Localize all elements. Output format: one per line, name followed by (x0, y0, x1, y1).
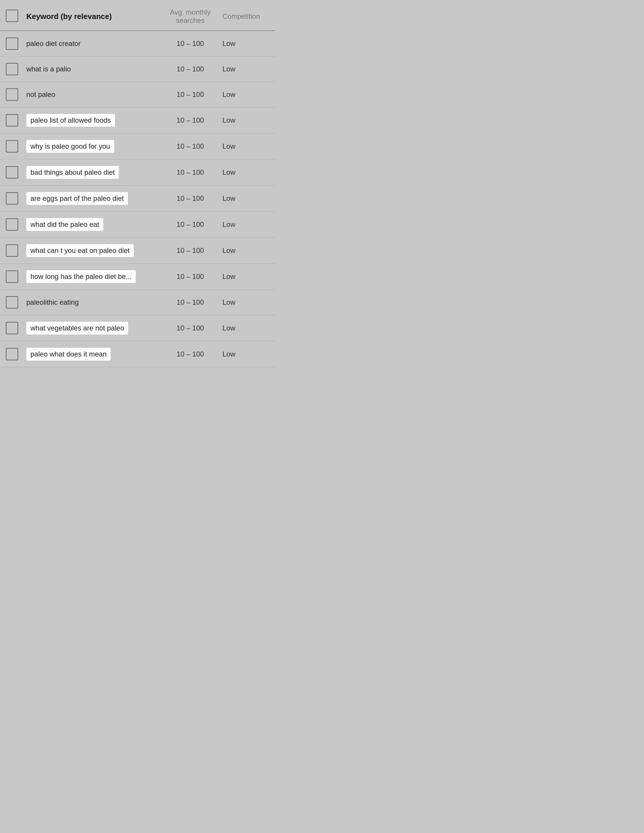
row-competition: Low (222, 40, 269, 48)
row-checkbox-0[interactable] (6, 37, 18, 50)
row-checkbox-col (6, 244, 26, 257)
row-checkbox-8[interactable] (6, 244, 18, 257)
row-checkbox-4[interactable] (6, 140, 18, 153)
keyword-text: what can t you eat on paleo diet (26, 244, 134, 257)
row-checkbox-col (6, 88, 26, 101)
row-competition: Low (222, 142, 269, 150)
row-keyword-col: what is a palio (26, 65, 158, 73)
competition-column-header: Competition (222, 12, 260, 20)
row-checkbox-12[interactable] (6, 348, 18, 360)
keyword-text: paleolithic eating (26, 298, 79, 306)
table-row: why is paleo good for you 10 – 100 Low (0, 133, 275, 159)
row-searches: 10 – 100 (158, 195, 222, 203)
row-checkbox-col (6, 270, 26, 283)
row-checkbox-col (6, 140, 26, 153)
keyword-text: how long has the paleo diet be... (26, 270, 136, 283)
row-keyword-col: not paleo (26, 90, 158, 99)
row-checkbox-col (6, 322, 26, 334)
row-keyword-col: why is paleo good for you (26, 140, 158, 153)
keyword-text: what is a palio (26, 65, 71, 73)
row-searches: 10 – 100 (158, 298, 222, 306)
row-keyword-col: paleo what does it mean (26, 348, 158, 360)
row-checkbox-5[interactable] (6, 166, 18, 178)
keyword-table: Keyword (by relevance) Avg. monthly sear… (0, 0, 275, 367)
row-searches: 10 – 100 (158, 168, 222, 177)
row-searches: 10 – 100 (158, 246, 222, 255)
keyword-text: what did the paleo eat (26, 218, 103, 231)
keyword-text: are eggs part of the paleo diet (26, 192, 128, 205)
row-competition: Low (222, 65, 269, 73)
row-checkbox-col (6, 114, 26, 127)
keyword-text: bad things about paleo diet (26, 166, 119, 179)
keyword-text: paleo diet creator (26, 40, 80, 48)
row-competition: Low (222, 220, 269, 228)
header-keyword-col: Keyword (by relevance) (26, 12, 158, 21)
row-checkbox-6[interactable] (6, 192, 18, 204)
row-keyword-col: what can t you eat on paleo diet (26, 244, 158, 257)
row-checkbox-2[interactable] (6, 88, 18, 101)
keyword-text: not paleo (26, 90, 55, 99)
row-keyword-col: are eggs part of the paleo diet (26, 192, 158, 205)
row-keyword-col: how long has the paleo diet be... (26, 270, 158, 283)
table-row: what can t you eat on paleo diet 10 – 10… (0, 238, 275, 264)
row-checkbox-7[interactable] (6, 218, 18, 231)
table-row: not paleo 10 – 100 Low (0, 82, 275, 108)
row-searches: 10 – 100 (158, 220, 222, 228)
row-competition: Low (222, 350, 269, 358)
header-searches-col: Avg. monthly searches (158, 8, 222, 24)
row-searches: 10 – 100 (158, 90, 222, 99)
keyword-text: paleo list of allowed foods (26, 114, 115, 127)
table-row: what vegetables are not paleo 10 – 100 L… (0, 315, 275, 341)
row-competition: Low (222, 90, 269, 99)
table-row: are eggs part of the paleo diet 10 – 100… (0, 186, 275, 212)
select-all-checkbox[interactable] (6, 10, 18, 22)
row-competition: Low (222, 272, 269, 281)
row-checkbox-col (6, 348, 26, 360)
row-checkbox-col (6, 37, 26, 50)
keyword-column-header: Keyword (by relevance) (26, 12, 112, 21)
row-keyword-col: what did the paleo eat (26, 218, 158, 231)
row-checkbox-col (6, 63, 26, 75)
header-checkbox-col (6, 10, 26, 23)
row-checkbox-col (6, 166, 26, 178)
row-searches: 10 – 100 (158, 65, 222, 73)
row-keyword-col: paleolithic eating (26, 298, 158, 306)
table-row: paleo what does it mean 10 – 100 Low (0, 341, 275, 367)
row-searches: 10 – 100 (158, 40, 222, 48)
row-searches: 10 – 100 (158, 142, 222, 150)
table-body: paleo diet creator 10 – 100 Low what is … (0, 31, 275, 367)
row-checkbox-3[interactable] (6, 114, 18, 127)
row-checkbox-9[interactable] (6, 270, 18, 283)
row-checkbox-11[interactable] (6, 322, 18, 334)
row-competition: Low (222, 195, 269, 203)
row-competition: Low (222, 324, 269, 332)
row-competition: Low (222, 116, 269, 124)
row-competition: Low (222, 246, 269, 255)
header-competition-col: Competition (222, 12, 269, 21)
row-checkbox-col (6, 296, 26, 309)
keyword-text: what vegetables are not paleo (26, 322, 128, 334)
row-searches: 10 – 100 (158, 116, 222, 124)
table-row: how long has the paleo diet be... 10 – 1… (0, 264, 275, 290)
row-keyword-col: what vegetables are not paleo (26, 322, 158, 334)
table-row: paleo diet creator 10 – 100 Low (0, 31, 275, 56)
row-searches: 10 – 100 (158, 350, 222, 358)
table-header: Keyword (by relevance) Avg. monthly sear… (0, 0, 275, 31)
row-competition: Low (222, 298, 269, 306)
table-row: paleolithic eating 10 – 100 Low (0, 290, 275, 315)
searches-column-header: Avg. monthly searches (170, 8, 211, 24)
keyword-text: paleo what does it mean (26, 348, 111, 360)
row-competition: Low (222, 168, 269, 177)
table-row: bad things about paleo diet 10 – 100 Low (0, 159, 275, 186)
table-row: what did the paleo eat 10 – 100 Low (0, 212, 275, 238)
keyword-text: why is paleo good for you (26, 140, 114, 153)
row-keyword-col: paleo list of allowed foods (26, 114, 158, 127)
row-checkbox-1[interactable] (6, 63, 18, 75)
row-keyword-col: bad things about paleo diet (26, 166, 158, 179)
row-keyword-col: paleo diet creator (26, 40, 158, 48)
table-row: paleo list of allowed foods 10 – 100 Low (0, 108, 275, 133)
row-searches: 10 – 100 (158, 272, 222, 281)
table-row: what is a palio 10 – 100 Low (0, 56, 275, 82)
row-checkbox-10[interactable] (6, 296, 18, 309)
row-searches: 10 – 100 (158, 324, 222, 332)
